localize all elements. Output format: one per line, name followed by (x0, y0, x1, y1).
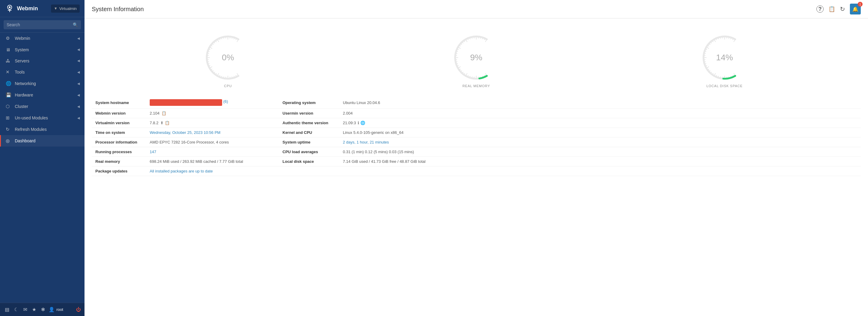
table-row: Processor information AMD EPYC 7282 16-C… (92, 138, 861, 147)
info-key-left: Package updates (92, 167, 146, 176)
webmin-nav-icon: ⚙ (6, 36, 12, 41)
webmin-nav-arrow: ◀ (77, 36, 80, 40)
info-key-left: Real memory (92, 157, 146, 167)
topbar: System Information ? 📋 ↻ 🔔 1 (85, 0, 868, 19)
search-input[interactable] (7, 22, 73, 27)
sidebar: Webmin ▼ Virtualmin 🔍 ⚙ Webmin ◀ 🖥 Syste… (0, 0, 85, 316)
info-key-right: Authentic theme version (279, 118, 339, 128)
refresh-modules-nav-icon: ↻ (6, 127, 12, 132)
info-value-right: 2.004 (339, 109, 861, 118)
bar-chart-icon[interactable]: ▤ (4, 306, 10, 314)
notification-button[interactable]: 🔔 1 (850, 4, 861, 14)
info-text: 2.004 (343, 111, 353, 115)
mail-icon[interactable]: ✉ (22, 306, 28, 314)
dashboard-nav-icon: ◎ (6, 138, 12, 143)
flower-icon[interactable]: ❃ (40, 306, 46, 314)
cluster-nav-icon: ⬡ (6, 104, 12, 109)
sidebar-item-unused-modules[interactable]: ⊞ Un-used Modules ◀ (0, 112, 85, 124)
info-text: Ubuntu Linux 20.04.6 (343, 100, 380, 105)
info-link[interactable]: All installed packages are up to date (150, 169, 213, 173)
update-icon[interactable]: ⬆ (160, 120, 163, 125)
sidebar-bottom: ▤ ☾ ✉ ★ ❃ 👤 root ⏻ (0, 303, 85, 316)
username-label: root (56, 307, 63, 312)
gauge-label-cpu: CPU (224, 84, 232, 88)
info-link[interactable]: Wednesday, October 25, 2023 10:56 PM (150, 130, 220, 135)
sidebar-item-system[interactable]: 🖥 System ◀ (0, 44, 85, 55)
cluster-nav-arrow: ◀ (77, 105, 80, 109)
gauge-svg-local-disk: 14% (701, 33, 749, 82)
sidebar-item-webmin[interactable]: ⚙ Webmin ◀ (0, 33, 85, 44)
virtualmin-tab[interactable]: ▼ Virtualmin (51, 4, 80, 13)
info-key-right: System uptime (279, 138, 339, 147)
info-link[interactable]: 2 days, 1 hour, 21 minutes (343, 140, 389, 144)
virtualmin-label: Virtualmin (59, 6, 77, 11)
sidebar-item-hardware[interactable]: 💾 Hardware ◀ (0, 89, 85, 101)
system-nav-icon: 🖥 (6, 47, 12, 52)
info-key-right: Local disk space (279, 157, 339, 167)
sidebar-item-cluster[interactable]: ⬡ Cluster ◀ (0, 101, 85, 112)
moon-icon[interactable]: ☾ (13, 306, 20, 314)
info-key-left: Webmin version (92, 109, 146, 118)
sidebar-item-tools[interactable]: ✕ Tools ◀ (0, 66, 85, 78)
info-table: System hostname (6) Operating system Ubu… (92, 97, 861, 176)
info-key-left: Processor information (92, 138, 146, 147)
globe-icon[interactable]: 🌐 (360, 120, 365, 125)
refresh-modules-nav-label: Refresh Modules (15, 127, 80, 132)
sidebar-item-dashboard[interactable]: ◎ Dashboard (0, 135, 85, 146)
sidebar-item-refresh-modules[interactable]: ↻ Refresh Modules (0, 124, 85, 135)
refresh-icon[interactable]: ↻ (840, 5, 845, 13)
star-icon[interactable]: ★ (31, 306, 37, 314)
logout-icon[interactable]: ⏻ (76, 307, 81, 312)
info-key-right: Operating system (279, 97, 339, 109)
info-value-left: 147 (146, 147, 267, 157)
page-title: System Information (92, 6, 144, 13)
info-link[interactable]: 147 (150, 149, 156, 154)
gauge-svg-real-memory: 9% (452, 33, 500, 82)
svg-point-1 (9, 6, 10, 8)
table-row: Running processes 147 CPU load averages … (92, 147, 861, 157)
gauge-real-memory: 9% REAL MEMORY (452, 33, 500, 88)
info-value-left: (6) (146, 97, 267, 109)
unused-modules-nav-label: Un-used Modules (15, 115, 77, 120)
hardware-nav-label: Hardware (15, 93, 77, 97)
table-row: Webmin version 2.104📋 Usermin version 2.… (92, 109, 861, 118)
copy-icon[interactable]: 📋 (161, 111, 166, 115)
hostname-link[interactable]: (6) (223, 99, 228, 104)
search-container: 🔍 (0, 17, 85, 33)
table-row: System hostname (6) Operating system Ubu… (92, 97, 861, 109)
info-icon[interactable]: ℹ (358, 120, 359, 125)
tools-nav-label: Tools (15, 70, 77, 74)
sidebar-item-servers[interactable]: 🖧 Servers ◀ (0, 55, 85, 66)
search-wrapper: 🔍 (4, 20, 81, 29)
info-value-right: Linux 5.4.0-105-generic on x86_64 (339, 128, 861, 138)
info-value-left: 698.24 MiB used / 263.92 MiB cached / 7.… (146, 157, 267, 167)
hardware-nav-icon: 💾 (6, 92, 12, 98)
info-value-left: Wednesday, October 25, 2023 10:56 PM (146, 128, 267, 138)
webmin-logo-area[interactable]: Webmin (5, 4, 51, 13)
help-icon[interactable]: ? (816, 5, 824, 13)
info-value-right: 21.09:3ℹ🌐 (339, 118, 861, 128)
servers-nav-label: Servers (15, 59, 77, 63)
table-row: Package updates All installed packages a… (92, 167, 861, 176)
bookmark-icon[interactable]: 📋 (829, 6, 835, 12)
sidebar-item-networking[interactable]: 🌐 Networking ◀ (0, 78, 85, 89)
copy-icon2[interactable]: 📋 (165, 120, 169, 125)
tools-nav-arrow: ◀ (77, 70, 80, 74)
info-key-right: Usermin version (279, 109, 339, 118)
hostname-redacted (150, 99, 222, 106)
gauge-cpu: 0% CPU (204, 33, 252, 88)
webmin-nav-label: Webmin (15, 36, 77, 41)
gauge-value-local-disk: 14% (716, 53, 733, 62)
info-value-left: All installed packages are up to date (146, 167, 267, 176)
topbar-actions: ? 📋 ↻ 🔔 1 (816, 4, 861, 14)
hardware-nav-arrow: ◀ (77, 93, 80, 97)
user-info[interactable]: 👤 root (49, 307, 63, 312)
info-text: AMD EPYC 7282 16-Core Processor, 4 cores (150, 140, 229, 144)
info-text: 21.09:3 (343, 120, 356, 125)
cluster-nav-label: Cluster (15, 104, 77, 109)
info-text: 0.31 (1 min) 0.12 (5 mins) 0.03 (15 mins… (343, 149, 414, 154)
system-nav-label: System (15, 47, 77, 52)
info-key-right: CPU load averages (279, 147, 339, 157)
info-value-right (339, 167, 861, 176)
info-value-left: 7.8.2⬆📋 (146, 118, 267, 128)
